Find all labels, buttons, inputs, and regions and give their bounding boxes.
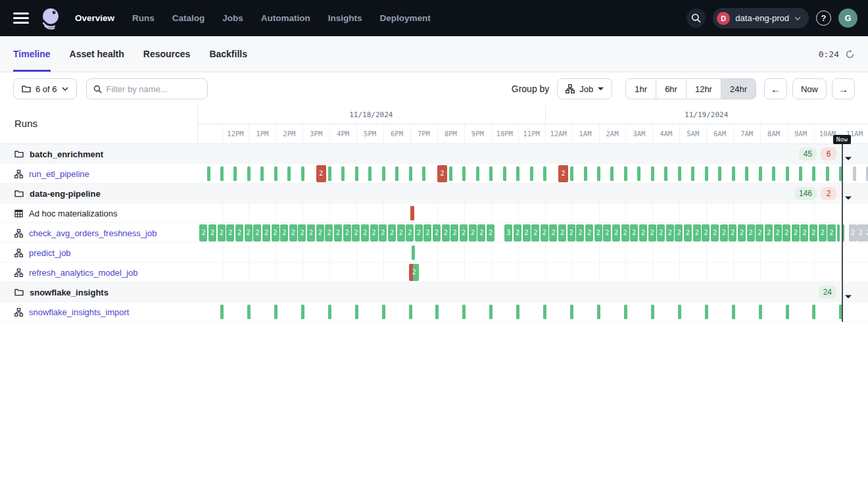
run-success-tick[interactable] <box>301 305 304 319</box>
run-success-tick[interactable] <box>570 305 573 319</box>
run-success-batch[interactable]: 2 <box>235 224 243 242</box>
run-success-batch[interactable]: 2 <box>334 224 342 242</box>
run-success-tick[interactable] <box>274 305 277 319</box>
run-success-batch[interactable]: 2 <box>567 224 575 242</box>
run-success-batch[interactable]: 2 <box>280 224 288 242</box>
run-success-tick[interactable] <box>274 166 277 181</box>
run-success-batch[interactable]: 2 <box>558 224 566 242</box>
run-scheduled-batch[interactable]: 2 <box>849 224 857 242</box>
run-success-batch[interactable]: 2 <box>298 224 306 242</box>
run-success-batch[interactable]: 2 <box>325 224 333 242</box>
run-success-batch[interactable]: 2 <box>477 224 485 242</box>
nav-item-catalog[interactable]: Catalog <box>172 13 205 23</box>
run-success-batch[interactable]: 2 <box>370 224 378 242</box>
range-12hr[interactable]: 12hr <box>687 78 721 99</box>
run-success-tick[interactable] <box>732 305 735 319</box>
name-filter-input[interactable] <box>107 84 201 94</box>
row-label[interactable]: check_avg_orders_freshness_job <box>29 228 157 238</box>
run-success-tick[interactable] <box>409 305 412 319</box>
run-success-tick[interactable] <box>422 166 425 181</box>
tab-resources[interactable]: Resources <box>143 36 191 72</box>
run-success-batch[interactable]: 2 <box>747 224 755 242</box>
run-success-batch[interactable]: 2 <box>809 224 817 242</box>
run-scheduled-batch[interactable]: 2 <box>864 224 868 242</box>
run-success-tick[interactable] <box>260 166 264 181</box>
run-success-batch[interactable]: 2 <box>648 224 656 242</box>
run-success-batch[interactable]: 2 <box>783 224 790 242</box>
run-failure-batch[interactable]: 2 <box>558 165 568 182</box>
run-success-tick[interactable] <box>786 166 789 181</box>
run-success-batch[interactable]: 2 <box>594 224 602 242</box>
run-mixed-batch[interactable]: 2 <box>409 264 419 281</box>
timeline-prev-button[interactable]: ← <box>764 78 787 99</box>
run-success-batch[interactable]: 2 <box>541 224 548 242</box>
run-success-batch[interactable]: 2 <box>460 224 468 242</box>
run-success-tick[interactable] <box>786 305 789 319</box>
run-success-tick[interactable] <box>382 305 385 319</box>
run-success-batch[interactable]: 2 <box>361 224 369 242</box>
run-success-batch[interactable]: 2 <box>693 224 701 242</box>
run-success-tick[interactable] <box>516 166 519 181</box>
run-success-tick[interactable] <box>220 305 224 319</box>
run-success-tick[interactable] <box>382 166 385 181</box>
timeline-now-button[interactable]: Now <box>792 78 827 99</box>
run-success-tick[interactable] <box>462 305 466 319</box>
run-success-tick[interactable] <box>799 166 802 181</box>
run-success-batch[interactable]: 2 <box>289 224 297 242</box>
run-scheduled-batch[interactable]: 2 <box>857 224 865 242</box>
run-success-tick[interactable] <box>543 166 546 181</box>
run-success-tick[interactable] <box>489 166 493 181</box>
run-success-tick[interactable] <box>341 166 345 181</box>
run-success-batch[interactable]: 2 <box>523 224 531 242</box>
run-success-tick[interactable] <box>247 166 251 181</box>
range-1hr[interactable]: 1hr <box>625 78 656 99</box>
run-success-batch[interactable]: 2 <box>738 224 746 242</box>
run-success-batch[interactable]: 2 <box>352 224 360 242</box>
row-label[interactable]: snowflake_insights_import <box>29 307 129 317</box>
run-success-batch[interactable]: 2 <box>397 224 405 242</box>
run-success-tick[interactable] <box>691 166 694 181</box>
run-success-batch[interactable]: 3 <box>504 224 512 242</box>
nav-item-insights[interactable]: Insights <box>328 13 362 23</box>
deployment-switcher[interactable]: D data-eng-prod <box>713 8 809 28</box>
run-success-batch[interactable]: 2 <box>666 224 674 242</box>
group-by-dropdown[interactable]: Job <box>557 78 612 99</box>
search-icon[interactable] <box>687 9 706 28</box>
run-success-tick[interactable] <box>489 305 493 319</box>
run-success-tick[interactable] <box>597 305 600 319</box>
run-failure-tick[interactable] <box>410 206 414 220</box>
run-success-batch[interactable]: 2 <box>585 224 593 242</box>
run-success-batch[interactable]: 2 <box>531 224 539 242</box>
run-success-batch[interactable]: 2 <box>415 224 423 242</box>
range-6hr[interactable]: 6hr <box>656 78 687 99</box>
run-success-tick[interactable] <box>812 305 815 319</box>
nav-item-deployment[interactable]: Deployment <box>380 13 431 23</box>
run-success-batch[interactable]: 2 <box>800 224 808 242</box>
run-success-batch[interactable]: 2 <box>450 224 458 242</box>
run-success-batch[interactable]: 2 <box>639 224 647 242</box>
run-success-tick[interactable] <box>584 166 587 181</box>
run-success-batch[interactable]: 2 <box>442 224 450 242</box>
run-success-batch[interactable]: 2 <box>603 224 611 242</box>
run-success-tick[interactable] <box>826 166 829 181</box>
run-success-tick[interactable] <box>759 305 762 319</box>
run-success-tick[interactable] <box>207 166 210 181</box>
dagster-logo-icon[interactable] <box>38 6 63 31</box>
run-success-batch[interactable]: 2 <box>675 224 683 242</box>
run-success-batch[interactable]: 2 <box>612 224 620 242</box>
run-success-batch[interactable]: 2 <box>433 224 441 242</box>
run-success-tick[interactable] <box>772 166 775 181</box>
run-success-batch[interactable]: 2 <box>245 224 253 242</box>
run-success-tick[interactable] <box>759 166 762 181</box>
run-success-batch[interactable]: 2 <box>262 224 270 242</box>
run-success-tick[interactable] <box>678 166 681 181</box>
run-success-tick[interactable] <box>624 166 627 181</box>
row-label[interactable]: run_etl_pipeline <box>29 169 89 179</box>
run-success-batch[interactable]: 2 <box>711 224 719 242</box>
run-success-batch[interactable]: 2 <box>819 224 827 242</box>
run-success-tick[interactable] <box>651 166 654 181</box>
run-success-tick[interactable] <box>462 166 466 181</box>
run-success-tick[interactable] <box>476 166 479 181</box>
tab-asset-health[interactable]: Asset health <box>70 36 124 72</box>
run-success-tick[interactable] <box>705 305 708 319</box>
